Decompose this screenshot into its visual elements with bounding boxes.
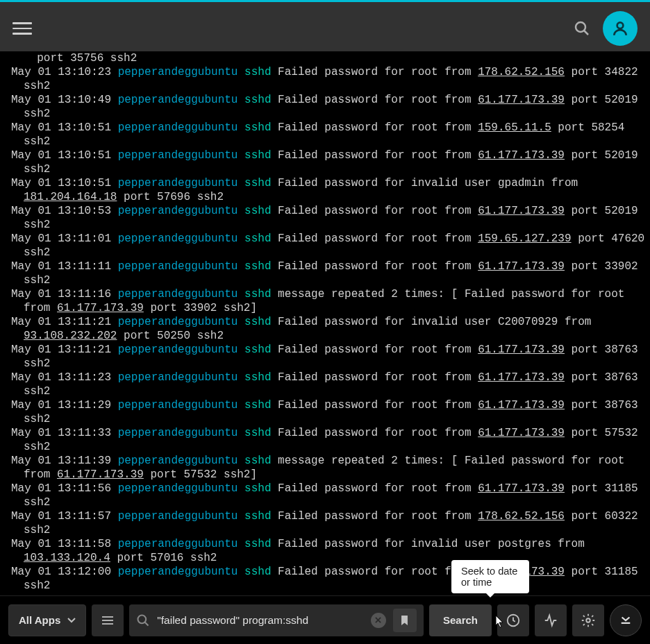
- log-ip[interactable]: 178.62.52.156: [478, 510, 565, 523]
- log-line[interactable]: May 01 13:10:51 pepperandeggubuntu sshd …: [11, 121, 646, 149]
- log-viewer[interactable]: port 35756 ssh2May 01 13:10:23 pepperand…: [0, 51, 650, 591]
- activity-button[interactable]: [535, 604, 567, 636]
- user-avatar[interactable]: [603, 11, 638, 46]
- log-ip[interactable]: 61.177.173.39: [57, 468, 144, 481]
- log-line[interactable]: May 01 13:10:51 pepperandeggubuntu sshd …: [11, 176, 646, 204]
- log-line[interactable]: May 01 13:12:00 pepperandeggubuntu sshd …: [11, 565, 646, 591]
- log-line[interactable]: May 01 13:11:39 pepperandeggubuntu sshd …: [11, 454, 646, 482]
- log-line[interactable]: May 01 13:11:57 pepperandeggubuntu sshd …: [11, 509, 646, 537]
- log-line[interactable]: May 01 13:11:21 pepperandeggubuntu sshd …: [11, 343, 646, 371]
- app-selector-label: All Apps: [19, 614, 60, 626]
- log-line[interactable]: May 01 13:11:16 pepperandeggubuntu sshd …: [11, 287, 646, 315]
- log-host[interactable]: pepperandeggubuntu: [118, 455, 238, 467]
- log-program[interactable]: sshd: [244, 510, 271, 523]
- log-program[interactable]: sshd: [244, 538, 271, 550]
- log-host[interactable]: pepperandeggubuntu: [118, 482, 238, 495]
- seek-time-button[interactable]: [497, 604, 529, 636]
- log-host[interactable]: pepperandeggubuntu: [118, 399, 238, 412]
- log-host[interactable]: pepperandeggubuntu: [118, 538, 238, 550]
- log-line[interactable]: May 01 13:11:58 pepperandeggubuntu sshd …: [11, 537, 646, 565]
- list-view-button[interactable]: [92, 604, 124, 636]
- log-host[interactable]: pepperandeggubuntu: [118, 566, 238, 578]
- log-line[interactable]: May 01 13:10:23 pepperandeggubuntu sshd …: [11, 65, 646, 93]
- search-button-label: Search: [443, 614, 478, 626]
- log-host[interactable]: pepperandeggubuntu: [118, 510, 238, 523]
- log-ip[interactable]: 181.204.164.18: [24, 191, 117, 203]
- log-host[interactable]: pepperandeggubuntu: [118, 121, 238, 134]
- log-ip[interactable]: 159.65.127.239: [478, 232, 571, 245]
- search-icon[interactable]: [574, 20, 590, 37]
- log-program[interactable]: sshd: [244, 66, 271, 78]
- log-ip[interactable]: 61.177.173.39: [478, 205, 565, 217]
- log-host[interactable]: pepperandeggubuntu: [118, 177, 238, 189]
- clear-search-button[interactable]: [371, 613, 386, 628]
- gear-icon: [581, 613, 596, 628]
- log-program[interactable]: sshd: [244, 121, 271, 134]
- log-host[interactable]: pepperandeggubuntu: [118, 94, 238, 106]
- log-line[interactable]: May 01 13:10:53 pepperandeggubuntu sshd …: [11, 204, 646, 232]
- log-program[interactable]: sshd: [244, 288, 271, 300]
- log-ip[interactable]: 61.177.173.39: [478, 399, 565, 412]
- svg-line-1: [584, 31, 588, 35]
- log-host[interactable]: pepperandeggubuntu: [118, 288, 238, 300]
- svg-rect-12: [622, 622, 631, 623]
- log-program[interactable]: sshd: [244, 149, 271, 162]
- log-program[interactable]: sshd: [244, 316, 271, 328]
- log-line[interactable]: port 35756 ssh2: [11, 51, 646, 65]
- search-icon: [136, 613, 150, 627]
- log-program[interactable]: sshd: [244, 260, 271, 273]
- log-host[interactable]: pepperandeggubuntu: [118, 344, 238, 356]
- svg-rect-3: [102, 616, 113, 618]
- log-line[interactable]: May 01 13:10:49 pepperandeggubuntu sshd …: [11, 93, 646, 121]
- log-host[interactable]: pepperandeggubuntu: [118, 149, 238, 162]
- log-host[interactable]: pepperandeggubuntu: [118, 66, 238, 78]
- log-program[interactable]: sshd: [244, 371, 271, 384]
- bookmark-button[interactable]: [393, 609, 417, 632]
- log-host[interactable]: pepperandeggubuntu: [118, 371, 238, 384]
- log-line[interactable]: May 01 13:11:56 pepperandeggubuntu sshd …: [11, 482, 646, 509]
- log-ip[interactable]: 61.177.173.39: [478, 344, 565, 356]
- log-program[interactable]: sshd: [244, 566, 271, 578]
- log-line[interactable]: May 01 13:11:33 pepperandeggubuntu sshd …: [11, 426, 646, 454]
- log-program[interactable]: sshd: [244, 177, 271, 189]
- log-ip[interactable]: 61.177.173.39: [478, 149, 565, 162]
- log-program[interactable]: sshd: [244, 232, 271, 245]
- log-program[interactable]: sshd: [244, 427, 271, 439]
- log-program[interactable]: sshd: [244, 399, 271, 412]
- log-ip[interactable]: 159.65.11.5: [478, 121, 551, 134]
- expand-button[interactable]: [610, 604, 642, 636]
- log-line[interactable]: May 01 13:11:01 pepperandeggubuntu sshd …: [11, 232, 646, 260]
- log-program[interactable]: sshd: [244, 455, 271, 467]
- settings-button[interactable]: [572, 604, 604, 636]
- svg-rect-4: [102, 620, 113, 621]
- log-ip[interactable]: 61.177.173.39: [478, 260, 565, 273]
- svg-point-2: [617, 22, 624, 28]
- log-line[interactable]: May 01 13:11:29 pepperandeggubuntu sshd …: [11, 398, 646, 426]
- log-ip[interactable]: 61.177.173.39: [478, 94, 565, 106]
- log-host[interactable]: pepperandeggubuntu: [118, 205, 238, 217]
- search-button[interactable]: Search: [429, 604, 492, 636]
- log-host[interactable]: pepperandeggubuntu: [118, 427, 238, 439]
- log-ip[interactable]: 61.177.173.39: [478, 427, 565, 439]
- log-host[interactable]: pepperandeggubuntu: [118, 232, 238, 245]
- log-program[interactable]: sshd: [244, 482, 271, 495]
- log-ip[interactable]: 61.177.173.39: [57, 302, 144, 314]
- log-line[interactable]: May 01 13:11:11 pepperandeggubuntu sshd …: [11, 260, 646, 287]
- log-ip[interactable]: 93.108.232.202: [24, 330, 117, 342]
- log-ip[interactable]: 103.133.120.4: [24, 552, 110, 564]
- menu-button[interactable]: [12, 19, 32, 38]
- app-selector[interactable]: All Apps: [8, 604, 86, 636]
- log-program[interactable]: sshd: [244, 344, 271, 356]
- log-host[interactable]: pepperandeggubuntu: [118, 260, 238, 273]
- log-ip[interactable]: 61.177.173.39: [478, 482, 565, 495]
- log-program[interactable]: sshd: [244, 205, 271, 217]
- log-line[interactable]: May 01 13:11:21 pepperandeggubuntu sshd …: [11, 315, 646, 343]
- log-line[interactable]: May 01 13:10:51 pepperandeggubuntu sshd …: [11, 149, 646, 176]
- log-ip[interactable]: 61.177.173.39: [478, 371, 565, 384]
- search-input[interactable]: [157, 614, 364, 627]
- log-host[interactable]: pepperandeggubuntu: [118, 316, 238, 328]
- log-line[interactable]: May 01 13:11:23 pepperandeggubuntu sshd …: [11, 371, 646, 398]
- log-ip[interactable]: 178.62.52.156: [478, 66, 565, 78]
- log-program[interactable]: sshd: [244, 94, 271, 106]
- search-box: [129, 604, 424, 636]
